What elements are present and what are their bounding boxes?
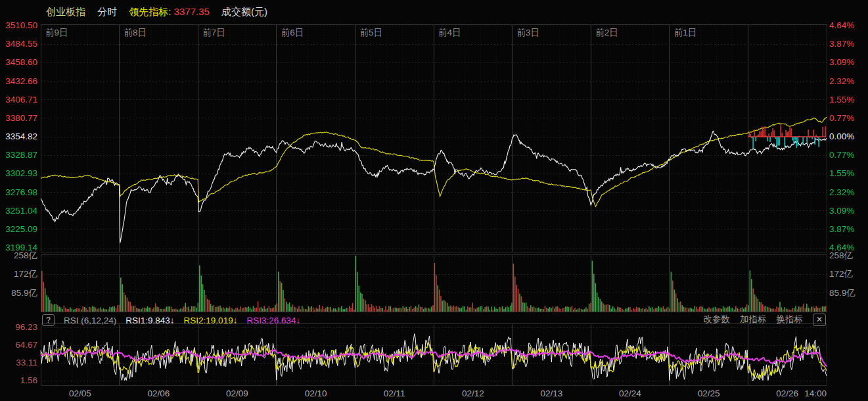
date-tick: 02/24 — [610, 389, 650, 398]
chart-canvas[interactable] — [0, 0, 868, 401]
tab-intraday[interactable]: 分时 — [97, 6, 117, 17]
lead-indicator-label: 领先指标: — [129, 6, 171, 17]
turnover-label: 成交额(元) — [221, 6, 267, 17]
rsi-header: ? RSI (6,12,24) RSI1:9.843↓ RSI2:19.019↓… — [42, 314, 300, 327]
symbol-name: 创业板指 — [46, 6, 85, 17]
edit-params-button[interactable]: 改参数 — [704, 314, 731, 325]
day-label: 前1日 — [674, 27, 697, 39]
date-tick: 02/11 — [375, 389, 414, 398]
rsi-toolbar: 改参数 加指标 换指标 ✕ — [704, 313, 827, 326]
day-label: 前9日 — [45, 27, 68, 39]
date-tick: 02/06 — [139, 389, 178, 398]
day-label: 前5日 — [359, 27, 382, 39]
date-tick: 02/10 — [296, 389, 336, 398]
time-tick: 14:00 — [795, 389, 827, 398]
rsi2-value: RSI2:19.019↓ — [184, 316, 238, 325]
close-icon[interactable]: ✕ — [813, 314, 826, 326]
rsi3-value: RSI3:26.634↓ — [246, 316, 300, 325]
day-label: 前6日 — [281, 27, 304, 39]
add-indicator-button[interactable]: 加指标 — [740, 314, 767, 325]
day-label: 前2日 — [595, 27, 618, 39]
day-label: 前7日 — [202, 27, 225, 39]
date-tick: 02/13 — [532, 389, 571, 398]
day-label: 前4日 — [438, 27, 461, 39]
rsi-indicator-name: RSI (6,12,24) — [64, 316, 116, 325]
date-tick: 02/05 — [60, 389, 100, 398]
date-tick: 02/09 — [217, 389, 257, 398]
day-label: 前8日 — [124, 27, 147, 39]
switch-indicator-button[interactable]: 换指标 — [777, 314, 804, 325]
date-tick: 02/12 — [453, 389, 493, 398]
day-label: 前3日 — [517, 27, 540, 39]
title-bar: 创业板指 分时 领先指标: 3377.35 成交额(元) — [46, 6, 277, 19]
rsi1-value: RSI1:9.843↓ — [126, 316, 174, 325]
help-icon[interactable]: ? — [42, 314, 55, 326]
lead-indicator-value: 3377.35 — [174, 6, 210, 17]
date-tick: 02/25 — [689, 389, 729, 398]
